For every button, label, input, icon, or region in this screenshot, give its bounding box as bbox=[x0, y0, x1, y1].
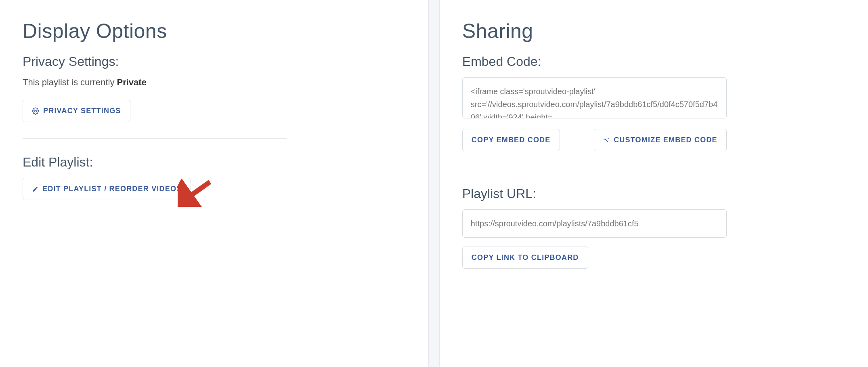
embed-code-textarea[interactable] bbox=[462, 77, 727, 118]
gear-icon bbox=[32, 108, 39, 115]
copy-link-label: COPY LINK TO CLIPBOARD bbox=[472, 253, 579, 262]
privacy-settings-heading: Privacy Settings: bbox=[23, 54, 406, 69]
embed-buttons-row: COPY EMBED CODE CUSTOMIZE EMBED CODE bbox=[462, 129, 727, 151]
playlist-url-input[interactable] bbox=[462, 209, 727, 238]
wand-icon bbox=[603, 137, 610, 143]
edit-playlist-button-label: EDIT PLAYLIST / REORDER VIDEOS bbox=[42, 185, 182, 193]
display-options-title: Display Options bbox=[23, 19, 406, 43]
svg-point-0 bbox=[35, 110, 37, 112]
privacy-status-prefix: This playlist is currently bbox=[23, 77, 117, 87]
copy-link-button[interactable]: COPY LINK TO CLIPBOARD bbox=[462, 247, 588, 269]
edit-playlist-heading: Edit Playlist: bbox=[23, 155, 406, 170]
customize-embed-code-label: CUSTOMIZE EMBED CODE bbox=[614, 136, 717, 144]
sharing-panel: Sharing Embed Code: COPY EMBED CODE CUST… bbox=[440, 0, 868, 367]
sharing-title: Sharing bbox=[462, 19, 845, 43]
customize-embed-code-button[interactable]: CUSTOMIZE EMBED CODE bbox=[594, 129, 727, 151]
pencil-icon bbox=[32, 186, 38, 192]
embed-code-heading: Embed Code: bbox=[462, 54, 845, 69]
privacy-settings-button[interactable]: PRIVACY SETTINGS bbox=[23, 100, 130, 122]
privacy-status-text: This playlist is currently Private bbox=[23, 77, 406, 88]
panel-gap bbox=[428, 0, 440, 367]
settings-page: Display Options Privacy Settings: This p… bbox=[0, 0, 868, 367]
playlist-url-heading: Playlist URL: bbox=[462, 186, 845, 201]
privacy-settings-button-label: PRIVACY SETTINGS bbox=[43, 107, 121, 115]
divider bbox=[23, 138, 287, 139]
display-options-panel: Display Options Privacy Settings: This p… bbox=[0, 0, 428, 367]
copy-embed-code-button[interactable]: COPY EMBED CODE bbox=[462, 129, 560, 151]
privacy-status-value: Private bbox=[117, 77, 147, 87]
copy-embed-code-label: COPY EMBED CODE bbox=[472, 136, 551, 144]
divider bbox=[462, 166, 727, 166]
edit-playlist-button[interactable]: EDIT PLAYLIST / REORDER VIDEOS bbox=[23, 178, 191, 200]
